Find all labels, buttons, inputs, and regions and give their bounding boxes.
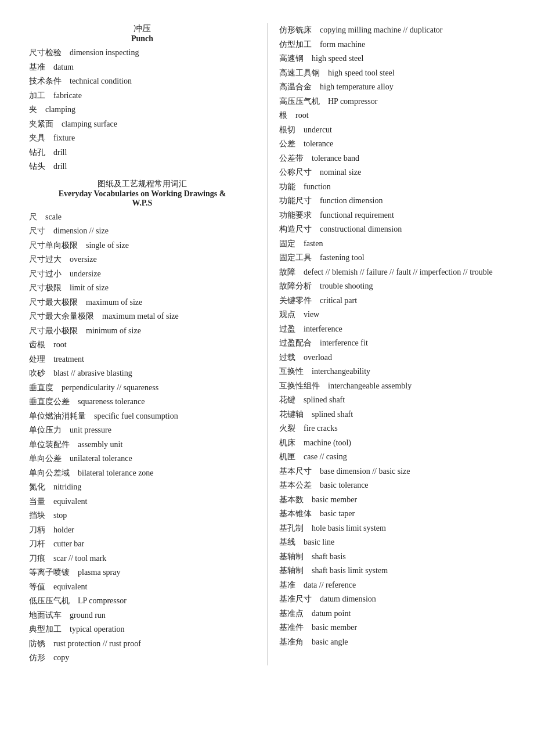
en-term: constructional dimension: [320, 225, 402, 233]
list-item: 固定 fasten: [279, 237, 505, 251]
en-term: high speed tool steel: [328, 69, 395, 77]
zh-term: 基孔制: [279, 524, 304, 532]
en-term: root: [295, 111, 309, 120]
en-term: scar // tool mark: [53, 554, 106, 563]
list-item: 机床 machine (tool): [279, 436, 505, 451]
list-item: 尺寸最小极限 minimum of size: [29, 324, 255, 339]
en-term: overload: [304, 353, 332, 362]
en-term: bilateral tolerance zone: [78, 469, 154, 477]
list-item: 当量 equivalent: [29, 495, 255, 509]
left-header: 冲压 Punch: [29, 23, 255, 44]
zh-term: 基本尺寸: [279, 467, 312, 476]
list-item: 尺 scale: [29, 210, 255, 225]
zh-term: 尺寸极限: [29, 283, 62, 292]
list-item: 高速钢 high speed steel: [279, 52, 505, 66]
list-item: 花键 splined shaft: [279, 393, 505, 408]
en-term: drill: [53, 148, 67, 157]
zh-term: 关键零件: [279, 296, 312, 305]
en-term: typical operation: [70, 625, 124, 633]
en-term: fixture: [53, 134, 75, 142]
list-item: 夹具 fixture: [29, 131, 255, 146]
en-term: interchangeability: [312, 367, 370, 376]
zh-term: 过盈: [279, 325, 295, 333]
zh-term: 高温合金: [279, 82, 312, 91]
en-term: trouble shooting: [320, 282, 373, 290]
en-term: root: [53, 340, 67, 349]
zh-term: 功能要求: [279, 211, 312, 219]
list-item: 等值 equivalent: [29, 580, 255, 595]
list-item: 固定工具 fastening tool: [279, 251, 505, 265]
list-item: 等离子喷镀 plasma spray: [29, 566, 255, 580]
en-term: ground run: [70, 611, 106, 620]
en-term: machine (tool): [304, 438, 351, 447]
zh-term: 尺寸最小极限: [29, 326, 78, 335]
sub-header-en1: Everyday Vocabularies on Working Drawing…: [29, 189, 255, 199]
en-term: basic member: [312, 495, 357, 504]
left-items-group1: 尺寸检验 dimension inspecting基准 datum技术条件 te…: [29, 46, 255, 174]
en-term: maximum metal of size: [102, 312, 179, 321]
list-item: 刀柄 holder: [29, 523, 255, 538]
list-item: 地面试车 ground run: [29, 609, 255, 623]
list-item: 仿形 copy: [29, 651, 255, 665]
list-item: 过载 overload: [279, 351, 505, 365]
zh-term: 观点: [279, 310, 295, 319]
en-term: functional requirement: [320, 211, 394, 219]
zh-term: 挡块: [29, 511, 45, 520]
zh-term: 齿根: [29, 340, 45, 349]
en-term: basic member: [312, 623, 357, 632]
zh-term: 互换性: [279, 367, 304, 376]
en-term: equivalent: [53, 582, 87, 591]
list-item: 尺寸最大余量极限 maximum metal of size: [29, 309, 255, 324]
en-term: function: [304, 182, 331, 191]
list-item: 钻孔 drill: [29, 146, 255, 160]
en-term: rust protection // rust proof: [53, 639, 141, 648]
en-term: cutter bar: [53, 539, 84, 548]
list-item: 夹紧面 clamping surface: [29, 117, 255, 132]
list-item: 单位压力 unit pressure: [29, 423, 255, 438]
list-item: 火裂 fire cracks: [279, 422, 505, 436]
zh-term: 加工: [29, 91, 45, 100]
en-term: technical condition: [70, 77, 132, 85]
list-item: 尺寸极限 limit of size: [29, 281, 255, 296]
list-item: 尺寸单向极限 single of size: [29, 239, 255, 253]
list-item: 基本尺寸 base dimension // basic size: [279, 465, 505, 479]
list-item: 功能要求 functional requirement: [279, 208, 505, 223]
list-item: 基轴制 shaft basis limit system: [279, 564, 505, 578]
en-term: blast // abrasive blasting: [53, 369, 132, 377]
en-term: critical part: [320, 296, 357, 305]
en-term: fabricate: [53, 91, 82, 100]
en-term: datum: [53, 63, 74, 71]
list-item: 基准 datum: [29, 60, 255, 75]
zh-term: 基本数: [279, 495, 304, 504]
list-item: 基本公差 basic tolerance: [279, 478, 505, 493]
list-item: 基本锥体 basic taper: [279, 507, 505, 521]
list-item: 防锈 rust protection // rust proof: [29, 637, 255, 651]
list-item: 故障 defect // blemish // failure // fault…: [279, 265, 505, 280]
en-term: function dimension: [320, 196, 383, 205]
zh-term: 基准角: [279, 638, 304, 646]
en-term: splined shaft: [304, 395, 345, 404]
en-term: shaft basis: [312, 552, 346, 561]
list-item: 仿形铣床 copying milling machine // duplicat…: [279, 23, 505, 38]
en-term: undersize: [70, 269, 101, 278]
list-item: 基准件 basic member: [279, 621, 505, 635]
zh-term: 当量: [29, 497, 45, 506]
list-item: 尺寸 dimension // size: [29, 224, 255, 239]
zh-term: 过载: [279, 353, 295, 362]
zh-term: 刀痕: [29, 554, 45, 563]
zh-term: 构造尺寸: [279, 225, 312, 233]
en-term: treatment: [53, 355, 84, 363]
en-term: high speed steel: [312, 54, 363, 63]
en-term: basic angle: [312, 638, 348, 646]
list-item: 互换性 interchangeability: [279, 365, 505, 379]
zh-term: 夹紧面: [29, 120, 53, 128]
list-item: 基准 data // reference: [279, 578, 505, 593]
zh-term: 基线: [279, 538, 295, 546]
en-term: fasten: [304, 239, 323, 248]
list-item: 功能 function: [279, 180, 505, 195]
list-item: 公差带 tolerance band: [279, 152, 505, 166]
en-term: form machine: [320, 40, 365, 49]
list-item: 过盈配合 interference fit: [279, 336, 505, 351]
zh-term: 尺寸过大: [29, 255, 62, 264]
en-term: clamping: [45, 105, 75, 114]
